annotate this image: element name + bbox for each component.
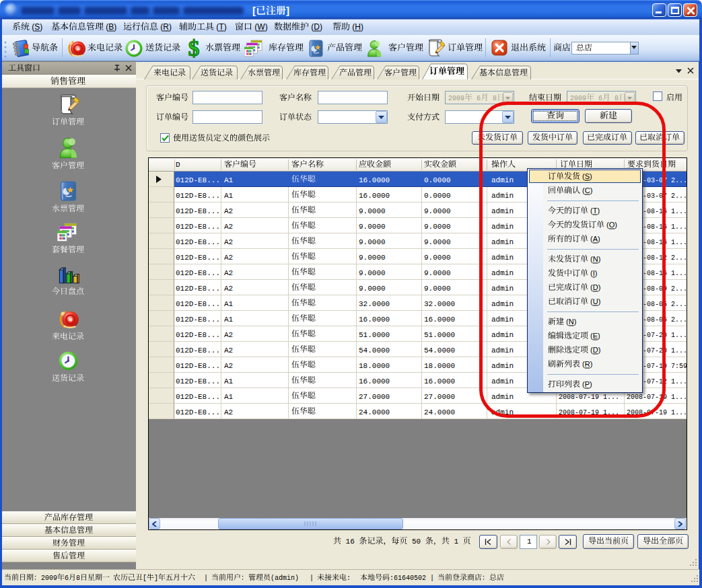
svg-text:012D-E8...: 012D-E8...: [176, 207, 220, 215]
svg-text:9.0000: 9.0000: [359, 238, 386, 246]
svg-text:A2: A2: [224, 408, 233, 416]
svg-text:(S): (S): [30, 22, 42, 32]
svg-text:012D-E8...: 012D-E8...: [176, 176, 220, 184]
svg-text:(T): (T): [214, 22, 227, 32]
svg-text:(admin): (admin): [271, 575, 299, 582]
svg-text:32.0000: 32.0000: [424, 300, 455, 308]
svg-text:|: |: [310, 575, 314, 582]
svg-text:012D-E8...: 012D-E8...: [176, 331, 220, 339]
svg-text:A2: A2: [224, 331, 233, 339]
svg-text:6: 6: [472, 95, 481, 102]
svg-text:50: 50: [407, 538, 425, 546]
svg-text:(B): (B): [104, 22, 116, 32]
svg-text:D: D: [176, 161, 180, 169]
svg-text:012D-E8...: 012D-E8...: [176, 393, 220, 401]
svg-text:18.0000: 18.0000: [359, 362, 390, 370]
svg-text:0.0000: 0.0000: [424, 176, 451, 184]
svg-text:012D-E8...: 012D-E8...: [176, 316, 220, 324]
svg-text:24.0000: 24.0000: [424, 408, 455, 416]
svg-text:16.0000: 16.0000: [359, 192, 390, 200]
svg-text:0.0000: 0.0000: [424, 192, 451, 200]
svg-text:A1: A1: [224, 393, 234, 401]
svg-text:16.0000: 16.0000: [359, 176, 390, 184]
svg-text::: :: [347, 575, 351, 582]
svg-text:8: 8: [76, 575, 80, 582]
svg-text:A2: A2: [224, 223, 233, 231]
svg-text:A2: A2: [224, 346, 233, 355]
svg-text:012D-E8...: 012D-E8...: [176, 192, 220, 200]
svg-text:8: 8: [489, 95, 497, 102]
svg-text:1: 1: [527, 538, 532, 546]
svg-text::61640502: :61640502: [390, 575, 426, 582]
svg-text:27.0000: 27.0000: [359, 393, 390, 401]
svg-text:]: ]: [286, 5, 289, 16]
svg-text:A1: A1: [224, 377, 234, 385]
svg-text:1: 1: [450, 538, 463, 546]
svg-text:16.0000: 16.0000: [359, 316, 390, 324]
svg-text:9.0000: 9.0000: [359, 223, 386, 231]
svg-text:9.0000: 9.0000: [424, 285, 451, 293]
svg-text:$: $: [188, 38, 200, 59]
svg-text:6: 6: [65, 575, 69, 582]
svg-text:012D-E8...: 012D-E8...: [176, 408, 220, 416]
svg-text:32.0000: 32.0000: [359, 300, 390, 308]
svg-text:16.0000: 16.0000: [359, 377, 390, 385]
svg-text:9.0000: 9.0000: [424, 254, 451, 262]
svg-text:9.0000: 9.0000: [424, 269, 451, 277]
svg-text:012D-E8...: 012D-E8...: [176, 377, 220, 385]
svg-text:9.0000: 9.0000: [359, 269, 386, 277]
svg-text:(W): (W): [252, 22, 268, 32]
svg-text:9.0000: 9.0000: [359, 207, 386, 215]
svg-text:27.0000: 27.0000: [424, 393, 455, 401]
svg-text:012D-E8...: 012D-E8...: [176, 285, 220, 293]
svg-text:|: |: [430, 575, 434, 582]
svg-text:A2: A2: [224, 269, 233, 277]
svg-text:54.0000: 54.0000: [424, 346, 455, 355]
svg-text:18.0000: 18.0000: [424, 362, 455, 370]
svg-text:012D-E8...: 012D-E8...: [176, 238, 220, 246]
svg-text:(D): (D): [309, 22, 322, 32]
svg-text:A2: A2: [224, 207, 233, 215]
svg-text:012D-E8...: 012D-E8...: [176, 300, 220, 308]
svg-text:012D-E8...: 012D-E8...: [176, 346, 220, 355]
svg-text:A2: A2: [224, 362, 233, 370]
svg-text:A2: A2: [224, 285, 233, 293]
svg-text:(H): (H): [350, 22, 363, 32]
svg-text:012D-E8...: 012D-E8...: [176, 223, 220, 231]
svg-text:51.0000: 51.0000: [359, 331, 390, 339]
svg-text:2009: 2009: [41, 575, 57, 582]
svg-text:9.0000: 9.0000: [424, 223, 451, 231]
svg-text:[: [: [252, 5, 256, 16]
svg-text:|: |: [204, 575, 208, 582]
svg-text:A2: A2: [224, 254, 233, 262]
svg-text:A1: A1: [224, 192, 234, 200]
svg-text:A1: A1: [224, 300, 234, 308]
svg-text:A1: A1: [224, 176, 234, 184]
svg-text:16.0000: 16.0000: [424, 377, 455, 385]
svg-text:9.0000: 9.0000: [424, 238, 451, 246]
svg-text:012D-E8...: 012D-E8...: [176, 362, 220, 370]
svg-text:24.0000: 24.0000: [359, 408, 390, 416]
svg-text:16.0000: 16.0000: [424, 316, 455, 324]
svg-text:9.0000: 9.0000: [359, 254, 386, 262]
svg-text:9.0000: 9.0000: [359, 285, 386, 293]
svg-text:A1: A1: [224, 316, 234, 324]
svg-text:54.0000: 54.0000: [359, 346, 390, 355]
svg-text:012D-E8...: 012D-E8...: [176, 269, 220, 277]
svg-text:51.0000: 51.0000: [424, 331, 455, 339]
svg-text:[: [: [143, 575, 147, 582]
svg-text:9.0000: 9.0000: [424, 207, 451, 215]
svg-text:2009: 2009: [448, 95, 464, 102]
svg-text:16: 16: [341, 538, 359, 546]
svg-text:A2: A2: [224, 238, 233, 246]
svg-text:]: ]: [154, 575, 158, 582]
svg-text:(R): (R): [158, 22, 172, 32]
svg-text:012D-E8...: 012D-E8...: [176, 254, 220, 262]
